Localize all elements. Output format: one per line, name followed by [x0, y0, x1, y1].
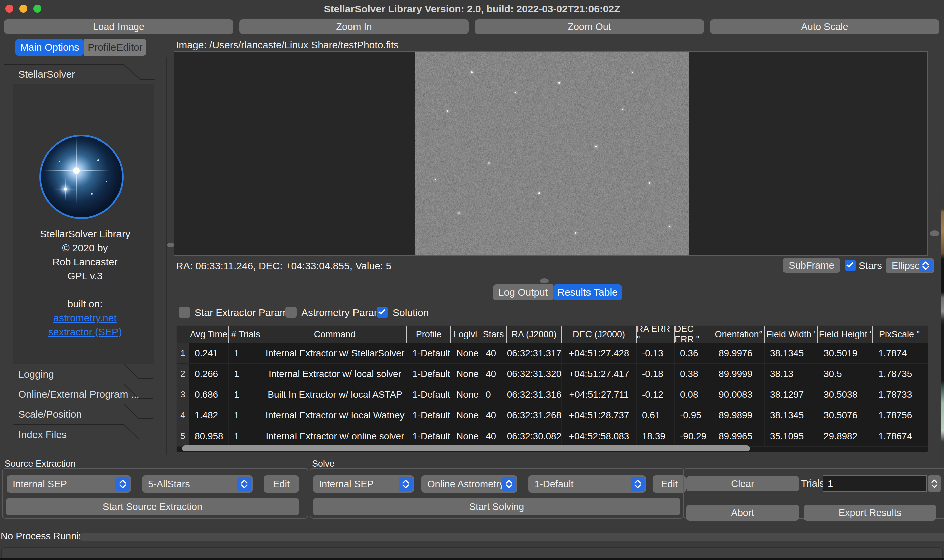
sextractor-link[interactable]: sextractor (SEP) [3, 325, 167, 339]
column-header[interactable]: RA (J2000) [507, 326, 562, 343]
sidebar-divider [166, 57, 166, 455]
accordion-online-external-program[interactable]: Online/External Program ... [3, 383, 167, 403]
astrometry-link[interactable]: astrometry.net [3, 311, 167, 325]
results-splitter-handle[interactable] [540, 278, 549, 283]
row-number: 2 [177, 364, 189, 384]
cell: Internal Extractor w/ StellarSolver [263, 343, 407, 363]
cell: 1.78735 [873, 364, 926, 384]
splitter-handle[interactable] [167, 243, 174, 247]
tab-main-options[interactable]: Main Options [15, 39, 84, 56]
start-solving-button[interactable]: Start Solving [313, 498, 680, 515]
cell: Internal Extractor w/ local solver [263, 364, 407, 384]
trials-stepper[interactable] [928, 475, 941, 492]
about-line: StellarSolver Library [3, 227, 167, 241]
tab-results-table[interactable]: Results Table [553, 284, 622, 300]
star-extractor-params-checkbox[interactable] [179, 307, 190, 318]
accordion-index-files[interactable]: Index Files [3, 423, 167, 443]
extraction-profile-select[interactable]: 5-AllStars [142, 475, 253, 492]
column-header[interactable]: # Trials [229, 326, 263, 343]
cell: 89.9999 [713, 364, 765, 384]
column-header[interactable]: DEC ERR " [675, 326, 713, 343]
accordion-label: Logging [18, 369, 54, 380]
cursor-coordinates-readout: RA: 06:33:11.246, DEC: +04:33:04.855, Va… [176, 260, 391, 272]
auto-scale-button[interactable]: Auto Scale [710, 19, 939, 34]
solve-extractor-select[interactable]: Internal SEP [313, 475, 414, 492]
accordion-label: Index Files [18, 429, 67, 440]
cell: +04:51:27.417 [562, 364, 636, 384]
accordion-scale-position[interactable]: Scale/Position [3, 403, 167, 423]
table-hscrollbar-track[interactable] [182, 445, 923, 451]
table-row[interactable]: 30.6861Built In Extractor w/ local ASTAP… [177, 385, 928, 405]
main-options-panel: StellarSolver StellarSolver Library© 202… [3, 56, 167, 455]
column-header[interactable]: Orientation° [713, 326, 765, 343]
solver-select[interactable]: Online Astrometry [421, 475, 517, 492]
cell: 38.1297 [765, 385, 818, 405]
column-header[interactable]: Field Height ' [818, 326, 873, 343]
accordion-logging[interactable]: Logging [3, 363, 167, 383]
edit-extraction-profile-button[interactable]: Edit [264, 475, 299, 492]
table-row[interactable]: 580.9581Internal Extractor w/ online sol… [177, 426, 928, 446]
cell: -0.18 [636, 364, 675, 384]
cell: 0.686 [189, 385, 229, 405]
table-row[interactable]: 20.2661Internal Extractor w/ local solve… [177, 364, 928, 385]
column-header[interactable]: Command [263, 326, 407, 343]
extractor-select[interactable]: Internal SEP [7, 475, 131, 492]
zoom-out-button[interactable]: Zoom Out [475, 19, 704, 34]
column-header[interactable]: Loglvl [451, 326, 480, 343]
table-row[interactable]: 10.2411Internal Extractor w/ StellarSolv… [177, 343, 928, 364]
tab-log-output[interactable]: Log Output [493, 284, 553, 300]
zoom-in-button[interactable]: Zoom In [239, 19, 469, 34]
column-header[interactable]: Avg Time [189, 326, 229, 343]
section-stellarsolver[interactable]: StellarSolver [18, 69, 75, 80]
cell: 18.39 [636, 426, 675, 446]
right-splitter-handle[interactable] [930, 230, 939, 236]
abort-button[interactable]: Abort [686, 505, 799, 521]
cell: 1.7874 [873, 343, 926, 363]
cell: 1-Default [407, 405, 451, 426]
edit-solve-profile-button[interactable]: Edit [653, 475, 686, 492]
load-image-button[interactable]: Load Image [4, 19, 233, 34]
cell: None [451, 405, 480, 426]
cell: 1 [229, 385, 263, 405]
fits-image[interactable] [415, 52, 688, 255]
column-header[interactable]: PixScale " [873, 326, 926, 343]
cell: 06:32:31.320 [507, 364, 562, 384]
stellarsolver-logo [39, 135, 123, 219]
row-number: 1 [177, 343, 189, 363]
column-header[interactable]: DEC (J2000) [562, 326, 636, 343]
astrometry-params-checkbox-label: Astrometry Params [302, 307, 387, 318]
column-header[interactable]: Field Width ' [765, 326, 818, 343]
astrometry-params-checkbox[interactable] [285, 307, 297, 318]
cell: +04:51:28.737 [562, 405, 636, 426]
column-header[interactable]: Profile [407, 326, 451, 343]
cell: 1.78674 [873, 426, 926, 446]
subframe-button[interactable]: SubFrame [783, 258, 840, 273]
cell: 30.5076 [818, 405, 873, 426]
cell: -0.13 [636, 343, 675, 363]
table-hscrollbar-thumb[interactable] [182, 445, 750, 451]
row-number-header [177, 326, 189, 343]
cell: 0 [480, 385, 507, 405]
solution-checkbox[interactable] [377, 307, 388, 318]
cell: +04:51:27.711 [562, 385, 636, 405]
source-extraction-label: Source Extraction [5, 458, 76, 469]
cell: 1-Default [407, 385, 451, 405]
star-shape-select[interactable]: Ellipse [885, 258, 934, 273]
image-path-label: Image: /Users/rlancaste/Linux Share/test… [176, 39, 399, 51]
tab-profile-editor[interactable]: ProfileEditor [84, 39, 146, 56]
solve-profile-select[interactable]: 1-Default [528, 475, 646, 492]
table-row[interactable]: 41.4821Internal Extractor w/ local Watne… [177, 405, 928, 426]
solve-extractor-value: Internal SEP [319, 478, 374, 489]
export-results-button[interactable]: Export Results [804, 505, 936, 521]
cell: 06:32:31.316 [507, 385, 562, 405]
clear-button[interactable]: Clear [686, 476, 799, 491]
cell: 1-Default [407, 343, 451, 363]
start-source-extraction-button[interactable]: Start Source Extraction [6, 498, 299, 515]
column-header[interactable]: RA ERR " [636, 326, 675, 343]
trials-input[interactable]: 1 [823, 475, 927, 492]
column-header[interactable]: Stars [480, 326, 507, 343]
cell: 06:32:30.082 [507, 426, 562, 446]
cell: 35.1095 [765, 426, 818, 446]
solver-value: Online Astrometry [427, 478, 504, 489]
stars-checkbox[interactable] [844, 260, 856, 271]
